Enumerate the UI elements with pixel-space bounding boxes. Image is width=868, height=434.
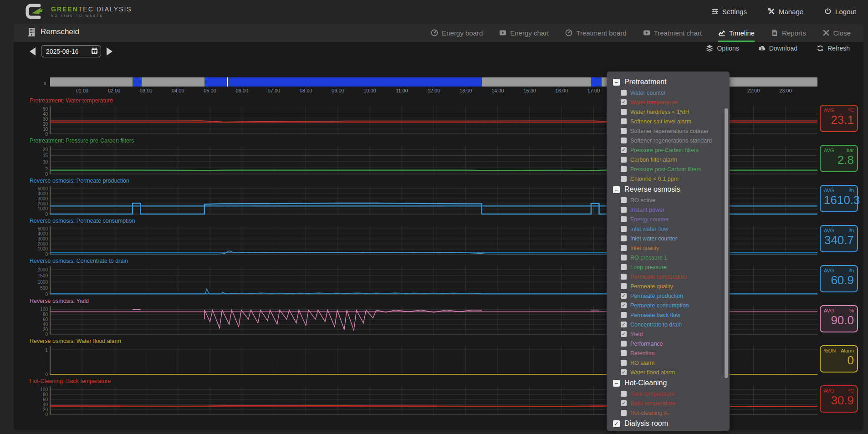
power-icon [824, 8, 832, 15]
timeline-segment-active [133, 77, 142, 87]
item-checkbox[interactable] [621, 216, 627, 222]
item-checkbox[interactable]: ✓ [621, 322, 627, 327]
option-item-inlet-quality: Inlet quality [621, 243, 723, 253]
item-checkbox[interactable] [621, 176, 627, 182]
item-label: Retention [630, 350, 655, 357]
item-checkbox[interactable]: ✓ [621, 99, 627, 105]
item-checkbox[interactable] [621, 226, 627, 232]
option-item-permeate-back-flow: Permeate back flow [621, 310, 723, 320]
hour-label: 12:00 [424, 88, 444, 93]
refresh-button[interactable]: Refresh [817, 45, 850, 52]
item-checkbox[interactable] [621, 410, 627, 416]
item-checkbox[interactable]: ✓ [621, 400, 627, 406]
item-label: Energy counter [630, 216, 669, 223]
gauge-icon [431, 29, 438, 36]
item-checkbox[interactable] [621, 166, 627, 172]
item-checkbox[interactable] [621, 109, 627, 115]
svg-text:40: 40 [43, 112, 48, 117]
item-checkbox[interactable] [621, 138, 627, 143]
options-panel-scrollbar[interactable] [725, 108, 728, 378]
item-checkbox[interactable] [621, 264, 627, 270]
option-item-permeate-quality: Permeate quality [621, 281, 723, 291]
item-checkbox[interactable] [621, 207, 627, 213]
item-checkbox[interactable] [621, 90, 627, 96]
svg-text:0: 0 [45, 372, 48, 377]
svg-text:10: 10 [43, 159, 48, 164]
avg-box-unit: l/h [848, 268, 854, 273]
item-label: Permeate back flow [630, 312, 680, 318]
calendar-icon[interactable] [91, 47, 98, 54]
item-checkbox[interactable]: ✓ [621, 302, 627, 308]
item-checkbox[interactable]: ✓ [621, 331, 627, 337]
avg-box: AVGl/h1610.3 [820, 185, 858, 212]
option-item-energy-counter: Energy counter [621, 214, 723, 224]
tool-button-label: Options [717, 45, 739, 52]
tab-energy-board[interactable]: Energy board [431, 24, 483, 42]
hour-label: 09:00 [328, 88, 348, 93]
menu-settings[interactable]: Settings [711, 8, 747, 15]
toolbar: OptionsDownloadRefresh [14, 44, 863, 59]
menu-manage[interactable]: Manage [768, 8, 803, 15]
item-checkbox[interactable]: ✓ [621, 369, 627, 375]
brand-name-green: GREEN [51, 5, 78, 13]
tab-reports[interactable]: Reports [771, 24, 806, 42]
chart-title: Reverse osmosis: Concentrate to drain [30, 258, 128, 264]
option-item-ro-alarm: RO alarm [621, 358, 723, 368]
avg-box-label: AVG [824, 228, 834, 233]
svg-text:10: 10 [43, 127, 48, 132]
item-checkbox[interactable] [621, 283, 627, 289]
option-item-water-counter: Water counter [621, 88, 723, 97]
item-checkbox[interactable] [621, 255, 627, 260]
item-checkbox[interactable] [621, 157, 627, 163]
item-checkbox[interactable] [621, 245, 627, 251]
chart-title: Reverse osmosis: Permeate consumption [30, 218, 135, 224]
menu-logout[interactable]: Logout [824, 8, 856, 15]
svg-text:0: 0 [45, 412, 48, 417]
item-checkbox[interactable] [621, 128, 627, 134]
tab-treatment-board[interactable]: Treatment board [565, 24, 626, 42]
avg-box-unit: ºC [848, 388, 854, 393]
prev-day-button[interactable] [30, 47, 36, 56]
section-label: Dialysis room [624, 419, 668, 428]
item-checkbox[interactable]: ✓ [621, 293, 627, 299]
item-checkbox[interactable] [621, 118, 627, 124]
download-button[interactable]: Download [758, 45, 797, 52]
brand-name-rest: TEC DIALYSIS [78, 5, 132, 13]
option-item-tank-temperature: Tank temperature [621, 389, 723, 398]
avg-box-value: 23.1 [824, 113, 854, 127]
option-item-water-hardness-1-dh: Water hardness < 1ºdH [621, 107, 723, 117]
item-checkbox[interactable] [621, 360, 627, 366]
chart-row-hot-cleaning-back-temperature: Hot-Cleaning: Back temperature0204060801… [0, 377, 868, 417]
tab-treatment-chart[interactable]: Treatment chart [643, 24, 702, 42]
building-icon [28, 28, 35, 36]
avg-box-label: AVG [824, 308, 834, 313]
item-checkbox[interactable] [621, 312, 627, 318]
section-checkbox[interactable]: – [613, 79, 620, 86]
avg-box-label: AVG [824, 107, 834, 113]
item-label: Water counter [630, 90, 666, 96]
options-button[interactable]: Options [706, 45, 739, 52]
item-checkbox[interactable] [621, 274, 627, 280]
next-day-button[interactable] [107, 47, 112, 56]
tab-timeline[interactable]: Timeline [718, 24, 755, 42]
section-checkbox[interactable]: – [613, 380, 620, 387]
item-checkbox[interactable]: ✓ [621, 147, 627, 153]
tab-close[interactable]: Close [822, 24, 851, 42]
section-checkbox[interactable]: ✓ [613, 420, 620, 427]
svg-text:0: 0 [45, 332, 48, 337]
item-checkbox[interactable] [621, 197, 627, 203]
svg-text:5: 5 [45, 165, 48, 170]
svg-text:5000: 5000 [38, 226, 48, 231]
item-checkbox[interactable] [621, 235, 627, 241]
svg-text:20: 20 [43, 122, 48, 127]
hour-label: 14:00 [488, 88, 508, 93]
item-checkbox[interactable] [621, 341, 627, 347]
section-checkbox[interactable]: – [613, 186, 620, 193]
item-checkbox[interactable] [621, 391, 627, 397]
item-checkbox[interactable] [621, 350, 627, 356]
tab-energy-chart[interactable]: Energy chart [499, 24, 549, 42]
item-label: Softener regenerations standard [630, 138, 712, 144]
option-item-yield: ✓Yield [621, 329, 723, 339]
chart-title: Reverse osmosis: Yield [30, 298, 89, 304]
avg-box: %ONAlarm0 [820, 345, 858, 373]
